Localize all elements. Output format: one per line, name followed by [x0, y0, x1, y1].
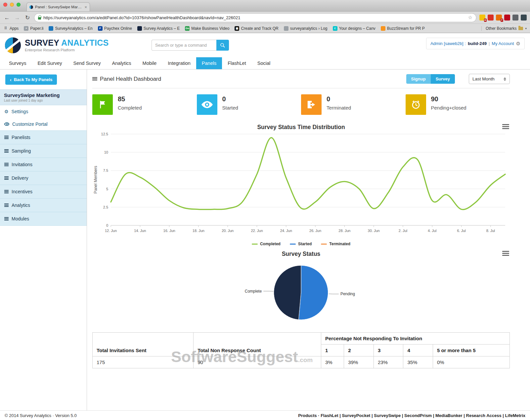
search-input[interactable]	[152, 40, 216, 51]
sidebar-item-incentives[interactable]: Incentives	[0, 185, 87, 198]
extension-icon-4[interactable]	[504, 15, 510, 21]
forward-button[interactable]: →	[14, 15, 21, 21]
my-account-link[interactable]: My Account	[492, 41, 514, 46]
build-link[interactable]: build-249	[468, 41, 487, 46]
svg-text:20. Jun: 20. Jun	[222, 229, 234, 233]
stat-completed: 85 Completed	[92, 94, 197, 115]
extension-badge: 6	[484, 19, 487, 22]
window-controls	[3, 3, 21, 7]
reload-button[interactable]: ↻	[24, 15, 31, 21]
nav-tab-edit-survey[interactable]: Edit Survey	[32, 57, 67, 69]
bookmark-item[interactable]: + Paper.li	[24, 26, 43, 31]
bookmark-star-icon[interactable]: ☆	[468, 15, 472, 21]
response-table-wrap: Total Invitations Sent Total Non Respons…	[92, 332, 510, 368]
chart-menu-icon[interactable]	[502, 251, 509, 256]
bookmark-item[interactable]: surveyanalytics › Log	[284, 26, 328, 31]
stat-label: Completed	[118, 105, 142, 111]
legend-item-completed[interactable]: Completed	[252, 242, 281, 246]
bookmark-apps[interactable]: ⠿ Apps	[3, 26, 19, 31]
line-chart-title: Survey Status Time Distribution	[257, 124, 345, 131]
sidebar-item-modules[interactable]: Modules	[0, 212, 87, 226]
back-button-label: Back To My Panels	[14, 77, 53, 82]
svg-text:Complete: Complete	[245, 289, 262, 294]
bookmark-item[interactable]: BuzzStream for PR P	[381, 26, 425, 31]
sidebar-item-delivery[interactable]: Delivery	[0, 171, 87, 185]
sidebar-item-analytics[interactable]: Analytics	[0, 198, 87, 212]
bookmark-item[interactable]: Go Make Business Video	[185, 26, 229, 31]
sidebar-item-sampling[interactable]: Sampling	[0, 144, 87, 158]
sidebar-item-label: Customize Portal	[12, 121, 48, 127]
header-total-non-response-count: Total Non Response Count	[194, 333, 321, 356]
bookmark-label: Create and Track QR	[241, 26, 278, 31]
bookmark-item[interactable]: C Your designs – Canv	[333, 26, 375, 31]
sidebar-item-settings[interactable]: ⚙ Settings	[0, 105, 87, 118]
period-select[interactable]: Last Month	[469, 74, 510, 84]
logo-text: SURVEY ANALYTICS Enterprise Research Pla…	[25, 38, 109, 52]
window-close-button[interactable]	[3, 3, 7, 7]
chart-menu-icon[interactable]	[502, 124, 509, 129]
survey-toggle-button[interactable]: Survey	[431, 74, 455, 84]
settings-gear-icon[interactable]: ⚙	[516, 41, 520, 46]
bookmark-item[interactable]: P Paychex Online	[98, 26, 132, 31]
search-button[interactable]	[216, 40, 229, 51]
invitation-response-table: Total Invitations Sent Total Non Respons…	[92, 332, 510, 368]
eye-icon	[197, 94, 217, 115]
exit-icon	[301, 94, 322, 115]
bookmark-item[interactable]: ▦ Create and Track QR	[235, 26, 278, 31]
extension-icon-1[interactable]: 6	[479, 15, 485, 21]
legend-item-terminated[interactable]: Terminated	[321, 242, 350, 246]
stat-label: Pending+closed	[431, 105, 466, 111]
nav-tab-analytics[interactable]: Analytics	[107, 57, 137, 69]
extension-icon-5[interactable]	[512, 15, 518, 21]
svg-text:7.5: 7.5	[103, 168, 108, 172]
extension-icons: 6 7	[479, 15, 527, 21]
svg-text:14. Jun: 14. Jun	[134, 229, 146, 233]
browser-tab[interactable]: Panel : SurveySwipe Market ×	[26, 2, 90, 11]
main-panel: Panel Health Dashboard Signup Survey Las…	[87, 70, 530, 410]
nav-tab-social[interactable]: Social	[252, 57, 276, 69]
window-minimize-button[interactable]	[10, 3, 14, 7]
bookmark-label: BuzzStream for PR P	[387, 26, 425, 31]
extension-icon-3[interactable]: 7	[496, 15, 502, 21]
window-zoom-button[interactable]	[17, 3, 21, 7]
legend-label: Terminated	[329, 242, 350, 246]
sidebar-item-panelists[interactable]: Panelists	[0, 130, 87, 144]
nav-tab-surveys[interactable]: Surveys	[3, 57, 32, 69]
other-bookmarks[interactable]: Other Bookmarks ▾	[481, 26, 527, 31]
signup-toggle-button[interactable]: Signup	[406, 74, 431, 84]
bookmark-favicon-icon: Go	[185, 26, 190, 31]
nav-tab-panels[interactable]: Panels	[196, 57, 222, 69]
content: ‹ Back To My Panels SurveySwipe Marketin…	[0, 70, 530, 410]
extension-icon-6[interactable]	[521, 15, 527, 21]
account-box: Admin [saweb2b] : build-249 | My Account…	[426, 38, 525, 49]
page-title-row: Panel Health Dashboard	[92, 76, 161, 82]
cell-bucket-5plus: 0%	[433, 356, 509, 368]
legend-swatch	[290, 244, 296, 245]
legend-item-started[interactable]: Started	[290, 242, 312, 246]
sidebar-item-customize-portal[interactable]: Customize Portal	[0, 118, 87, 130]
svg-text:16. Jun: 16. Jun	[163, 229, 175, 233]
nav-tab-send-survey[interactable]: Send Survey	[68, 57, 107, 69]
extension-icon-2[interactable]	[488, 15, 494, 21]
nav-tab-mobile[interactable]: Mobile	[137, 57, 162, 69]
back-to-my-panels-button[interactable]: ‹ Back To My Panels	[5, 74, 57, 85]
address-bar[interactable]: https://surveyanalytics.com/a/editPanel.…	[34, 13, 476, 22]
tab-close-icon[interactable]: ×	[84, 5, 87, 9]
list-icon	[4, 217, 9, 220]
bookmark-item[interactable]: Survey Analytics – E	[137, 26, 180, 31]
nav-tab-integration[interactable]: Integration	[162, 57, 196, 69]
logo-icon	[5, 37, 21, 54]
svg-text:26. Jun: 26. Jun	[309, 229, 321, 233]
logo-subtitle: Enterprise Research Platform	[25, 48, 109, 52]
nav-tab-flashlet[interactable]: FlashLet	[222, 57, 252, 69]
gear-icon: ⚙	[4, 109, 9, 114]
survey-analytics-logo[interactable]: SURVEY ANALYTICS Enterprise Research Pla…	[5, 37, 109, 54]
bookmark-item[interactable]: SurveyAnalytics – En	[49, 26, 92, 31]
back-button[interactable]: ←	[3, 15, 11, 21]
stat-terminated: 0 Terminated	[301, 94, 406, 115]
dashboard-header: Panel Health Dashboard Signup Survey Las…	[92, 70, 510, 88]
tab-favicon-icon	[29, 5, 33, 9]
bookmark-label: surveyanalytics › Log	[290, 26, 328, 31]
footer-products-links[interactable]: Products · FlashLet | SurveyPocket | Sur…	[298, 413, 525, 418]
sidebar-item-invitations[interactable]: Invitations	[0, 158, 87, 171]
